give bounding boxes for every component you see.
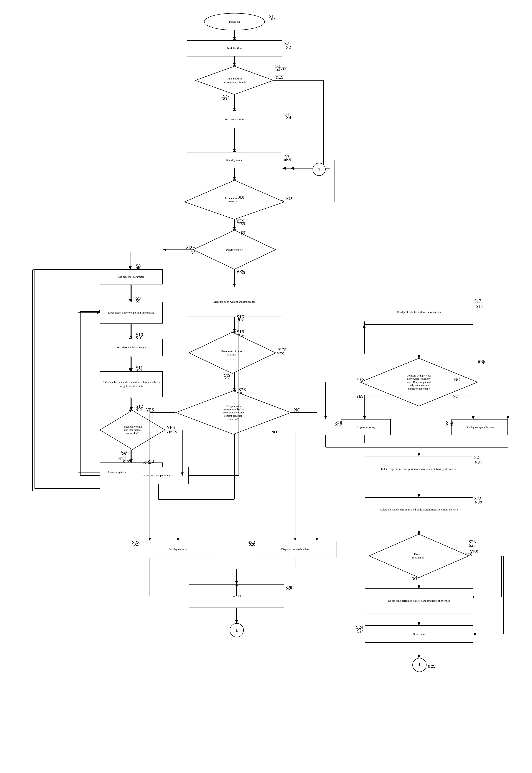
display-warning-19-node: Display warning bbox=[341, 419, 391, 436]
flowchart: Power on S1 Initialization S2 Date and t… bbox=[0, 0, 532, 773]
s16-label: S16 bbox=[238, 333, 244, 338]
circle-1d-label: 1 bbox=[418, 663, 421, 668]
s8-label: S8 bbox=[136, 265, 140, 270]
s9-label: S9 bbox=[136, 298, 140, 303]
display-comparable-28-node: Display comparable data bbox=[254, 541, 336, 558]
calculate-body-label: Calculate body weight transition volume … bbox=[100, 380, 162, 388]
svg-marker-56 bbox=[363, 416, 366, 419]
s25-label: S25 bbox=[428, 664, 435, 669]
reset-time-label: Re-set time period of exercise and inten… bbox=[388, 599, 450, 603]
s13-label: S13 bbox=[123, 459, 129, 464]
svg-marker-29 bbox=[129, 368, 132, 371]
store-personal-node: Store personal parameter bbox=[126, 467, 189, 484]
s7-no: NO bbox=[191, 251, 196, 255]
s15-label: S15 bbox=[238, 317, 244, 322]
svg-marker-81 bbox=[177, 538, 179, 541]
set-personal-param-label: Set personal parameter bbox=[118, 275, 144, 279]
svg-marker-64 bbox=[418, 453, 420, 456]
set-reference-node: Set reference body weight bbox=[100, 339, 163, 356]
circle-1b: 1 bbox=[230, 623, 244, 637]
reset-time-node: Re-set time period of exercise and inten… bbox=[365, 589, 473, 613]
s3-yes: YES bbox=[280, 67, 287, 71]
svg-marker-68 bbox=[418, 534, 420, 536]
s5-label: S5 bbox=[284, 153, 289, 158]
s26-no: NO bbox=[271, 430, 277, 435]
s26-label: S26 bbox=[237, 391, 243, 396]
circle-1b-label: 1 bbox=[236, 628, 238, 633]
s3-no: NO bbox=[221, 97, 227, 101]
set-personal-param-node: Set personal parameter bbox=[100, 269, 163, 284]
s11-label: S11 bbox=[136, 368, 142, 373]
calculate-body-node: Calculate body weight transition volume … bbox=[100, 371, 163, 398]
s6-label: S6 bbox=[241, 198, 245, 202]
svg-marker-78 bbox=[418, 655, 420, 658]
store-data-29-label: Store data bbox=[231, 594, 242, 598]
store-data-29-node: Store data bbox=[189, 584, 284, 608]
s27-label: S27 bbox=[133, 542, 140, 547]
svg-marker-84 bbox=[294, 538, 296, 541]
circle-1a: 1 bbox=[313, 163, 326, 176]
display-warning-27-node: Display warning bbox=[139, 541, 217, 558]
svg-marker-91 bbox=[235, 620, 238, 623]
initialization-node: Initialization bbox=[187, 40, 282, 56]
initialization-label: Initialization bbox=[227, 46, 242, 50]
svg-marker-23 bbox=[233, 284, 236, 286]
set-reference-label: Set reference body weight bbox=[117, 346, 146, 349]
svg-marker-25 bbox=[129, 299, 132, 302]
s21-label: S21 bbox=[474, 455, 481, 460]
svg-marker-76 bbox=[418, 623, 420, 625]
store-data-24-node: Store data bbox=[365, 625, 473, 643]
s23-no: NO bbox=[411, 577, 417, 581]
s23-yes: YES bbox=[464, 553, 472, 557]
svg-marker-51 bbox=[233, 390, 236, 393]
s1-label: S1 bbox=[269, 14, 274, 19]
svg-marker-46 bbox=[233, 331, 236, 334]
s17-label: S17 bbox=[474, 298, 481, 303]
read-past-label: Read past data for arithmetic operation bbox=[397, 310, 441, 314]
s16-no: NO bbox=[224, 375, 229, 380]
svg-marker-59 bbox=[472, 416, 474, 419]
set-date-time-label: Set date and time bbox=[225, 118, 244, 121]
s22-label: S22 bbox=[474, 496, 481, 501]
s3-label: S3 bbox=[276, 67, 280, 72]
s28-label: S28 bbox=[249, 542, 255, 547]
s19-label: S19 bbox=[335, 420, 342, 425]
display-warning-27-label: Display warning bbox=[169, 548, 187, 551]
s24-label: S24 bbox=[357, 629, 364, 634]
calc-display-node: Calculate and display estimated body wei… bbox=[365, 497, 473, 522]
svg-marker-89 bbox=[235, 581, 238, 584]
display-comparable-28-label: Display comparable data bbox=[281, 548, 309, 551]
svg-marker-66 bbox=[418, 495, 420, 497]
s14-label: S14 bbox=[148, 459, 154, 464]
svg-marker-13 bbox=[233, 179, 236, 182]
s18-no: NO bbox=[453, 394, 458, 399]
circle-1d: 1 bbox=[412, 658, 427, 672]
s2-label: S2 bbox=[284, 41, 289, 46]
s4-label: S4 bbox=[284, 112, 289, 117]
enter-temp-label: Enter temperature, time period of exerci… bbox=[381, 467, 457, 471]
store-personal-label: Store personal parameter bbox=[143, 474, 171, 478]
svg-marker-18 bbox=[233, 229, 236, 232]
enter-temp-node: Enter temperature, time period of exerci… bbox=[365, 456, 473, 482]
calc-display-label: Calculate and display estimated body wei… bbox=[380, 508, 458, 512]
s6-yes: YES bbox=[238, 221, 245, 226]
s18-label: S18 bbox=[478, 359, 484, 364]
svg-marker-21 bbox=[129, 266, 132, 269]
set-date-time-node: Set date and time bbox=[187, 111, 282, 128]
s16-yes: YES bbox=[277, 352, 284, 356]
svg-marker-9 bbox=[291, 167, 294, 170]
s7-label: S7 bbox=[241, 231, 245, 236]
s26-yes: YES bbox=[170, 430, 177, 435]
display-warning-19-label: Display warning bbox=[356, 426, 375, 429]
power-on-label: Power on bbox=[229, 20, 240, 24]
standby-mode-label: Standby mode bbox=[226, 158, 243, 162]
s29-label: S29 bbox=[285, 585, 292, 590]
measure-body-label: Measure body weight and impedance bbox=[213, 300, 255, 304]
display-comparable-20-label: Display comparable data bbox=[466, 426, 494, 429]
svg-marker-74 bbox=[418, 586, 420, 589]
store-data-24-label: Store data bbox=[413, 632, 425, 636]
svg-marker-3 bbox=[233, 66, 236, 68]
power-on-node: Power on bbox=[204, 13, 265, 30]
s23-label-ref: S23 bbox=[469, 543, 476, 548]
s6-no: NO bbox=[278, 200, 283, 204]
